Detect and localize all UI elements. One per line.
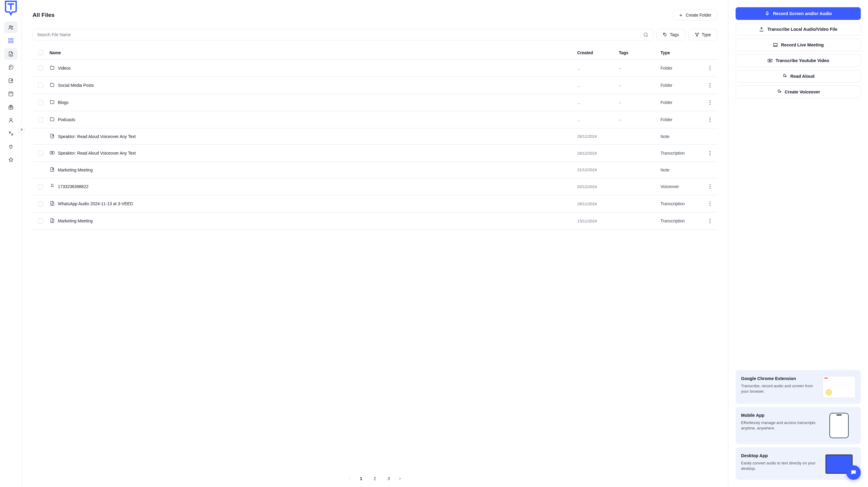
table-row[interactable]: WhatsApp Audio 2024-11-13 at 3-VEED 29/1… bbox=[33, 195, 717, 213]
row-checkbox[interactable] bbox=[38, 100, 43, 105]
folder-icon bbox=[50, 82, 55, 89]
more-actions-button[interactable] bbox=[706, 200, 714, 207]
file-name: 1733236398822 bbox=[58, 184, 88, 189]
more-actions-button[interactable] bbox=[706, 116, 714, 123]
sidebar bbox=[0, 0, 22, 487]
page-next[interactable] bbox=[398, 476, 401, 481]
select-all-checkbox[interactable] bbox=[38, 50, 43, 55]
read-aloud-label: Read Aloud bbox=[790, 74, 814, 79]
row-checkbox[interactable] bbox=[38, 151, 43, 156]
table-row[interactable]: Marketing Meeting 21/12/2024 Note bbox=[33, 162, 717, 178]
svg-point-35 bbox=[710, 205, 711, 206]
file-name: Videos bbox=[58, 66, 71, 70]
file-created: 03/12/2024 bbox=[577, 185, 619, 189]
file-tags: -- bbox=[619, 100, 660, 105]
svg-point-8 bbox=[10, 118, 12, 120]
transcribe-youtube-button[interactable]: Transcribe Youtube Video bbox=[736, 54, 861, 67]
svg-point-10 bbox=[664, 33, 664, 34]
file-created: 29/11/2024 bbox=[577, 202, 619, 206]
sidebar-item-chat[interactable] bbox=[4, 62, 18, 73]
file-type: Folder bbox=[660, 66, 706, 70]
table-row[interactable]: Speaktor: Read Aloud Voiceover Any Text … bbox=[33, 128, 717, 145]
file-created: 13/11/2024 bbox=[577, 219, 619, 223]
file-type: Transcription bbox=[660, 151, 706, 156]
promo-image bbox=[829, 413, 849, 438]
row-checkbox[interactable] bbox=[38, 66, 43, 71]
doc-icon bbox=[50, 201, 55, 207]
page-number[interactable]: 1 bbox=[360, 476, 362, 481]
more-actions-button[interactable] bbox=[706, 150, 714, 157]
transcribe-local-button[interactable]: Transcribe Local Audio/Video File bbox=[736, 23, 861, 36]
more-actions-button[interactable] bbox=[706, 217, 714, 225]
promo-card[interactable]: Desktop App Easily convert audio to text… bbox=[736, 447, 861, 480]
sidebar-item-files[interactable] bbox=[4, 48, 18, 60]
promo-card[interactable]: Mobile App Effortlessly manage and acces… bbox=[736, 407, 861, 444]
sidebar-item-premium[interactable] bbox=[4, 154, 18, 166]
more-actions-button[interactable] bbox=[706, 82, 714, 89]
row-checkbox[interactable] bbox=[38, 201, 43, 206]
more-actions-button[interactable] bbox=[706, 64, 714, 72]
sidebar-item-team[interactable] bbox=[4, 22, 18, 33]
file-created: ... bbox=[577, 83, 619, 88]
table-row[interactable]: Marketing Meeting 13/11/2024 Transcripti… bbox=[33, 213, 717, 230]
svg-point-17 bbox=[710, 83, 711, 84]
create-voiceover-button[interactable]: Create Voiceover bbox=[736, 86, 861, 98]
upload-icon bbox=[759, 27, 764, 32]
table-row[interactable]: Social Media Posts ... -- Folder bbox=[33, 77, 717, 94]
more-actions-button[interactable] bbox=[706, 99, 714, 106]
row-checkbox[interactable] bbox=[38, 117, 43, 122]
create-folder-button[interactable]: Create Folder bbox=[673, 10, 717, 21]
file-tags: -- bbox=[619, 83, 660, 88]
row-checkbox[interactable] bbox=[38, 83, 43, 88]
table-header: Name Created Tags Type bbox=[33, 46, 717, 60]
record-meeting-button[interactable]: Record Live Meeting bbox=[736, 39, 861, 51]
svg-point-29 bbox=[710, 155, 711, 156]
pagination: 123 bbox=[33, 468, 717, 481]
record-screen-button[interactable]: Record Screen and/or Audio bbox=[736, 7, 861, 20]
file-name: Social Media Posts bbox=[58, 83, 94, 88]
sidebar-item-integrations[interactable] bbox=[4, 141, 18, 153]
svg-point-31 bbox=[710, 186, 711, 187]
page-number[interactable]: 3 bbox=[388, 476, 390, 481]
row-checkbox[interactable] bbox=[38, 184, 43, 189]
page-number[interactable]: 2 bbox=[374, 476, 376, 481]
row-checkbox[interactable] bbox=[38, 219, 43, 224]
svg-point-15 bbox=[710, 68, 711, 69]
sidebar-item-profile[interactable] bbox=[4, 115, 18, 126]
sidebar-item-calendar[interactable] bbox=[4, 88, 18, 99]
type-filter-button[interactable]: Type bbox=[688, 29, 717, 40]
sidebar-item-rewards[interactable] bbox=[4, 101, 18, 113]
svg-rect-3 bbox=[11, 39, 13, 40]
search-input[interactable] bbox=[37, 32, 643, 37]
file-created: ... bbox=[577, 118, 619, 122]
tags-filter-button[interactable]: Tags bbox=[656, 29, 685, 40]
file-type: Folder bbox=[660, 100, 706, 105]
table-row[interactable]: Podcasts ... -- Folder bbox=[33, 111, 717, 128]
file-type: Folder bbox=[660, 117, 706, 122]
file-type: Note bbox=[660, 168, 706, 172]
table-row[interactable]: 1733236398822 03/12/2024 Voiceover bbox=[33, 178, 717, 195]
svg-point-28 bbox=[710, 153, 711, 154]
table-row[interactable]: Blogs ... -- Folder bbox=[33, 94, 717, 111]
sidebar-item-dashboard[interactable] bbox=[4, 35, 18, 46]
header-name: Name bbox=[50, 50, 577, 55]
note-icon bbox=[50, 167, 55, 173]
sidebar-item-notes[interactable] bbox=[4, 75, 18, 86]
promo-description: Effortlessly manage and access transcrip… bbox=[741, 420, 818, 431]
sidebar-expand-button[interactable] bbox=[18, 126, 25, 133]
more-actions-button[interactable] bbox=[706, 183, 714, 190]
type-filter-label: Type bbox=[702, 32, 711, 37]
folder-icon bbox=[50, 117, 55, 123]
table-row[interactable]: Speaktor: Read Aloud Voiceover Any Text … bbox=[33, 145, 717, 162]
read-aloud-button[interactable]: Read Aloud bbox=[736, 70, 861, 83]
page-prev[interactable] bbox=[348, 476, 351, 481]
chat-widget[interactable] bbox=[846, 465, 861, 480]
sidebar-item-translate[interactable] bbox=[4, 128, 18, 139]
svg-point-0 bbox=[9, 26, 11, 27]
file-name: Blogs bbox=[58, 100, 68, 105]
file-type: Voiceover bbox=[660, 184, 706, 189]
table-row[interactable]: Videos ... -- Folder bbox=[33, 60, 717, 77]
promo-card[interactable]: Google Chrome Extension Transcribe, reco… bbox=[736, 370, 861, 404]
svg-point-33 bbox=[710, 202, 711, 202]
create-voiceover-label: Create Voiceover bbox=[785, 90, 820, 94]
